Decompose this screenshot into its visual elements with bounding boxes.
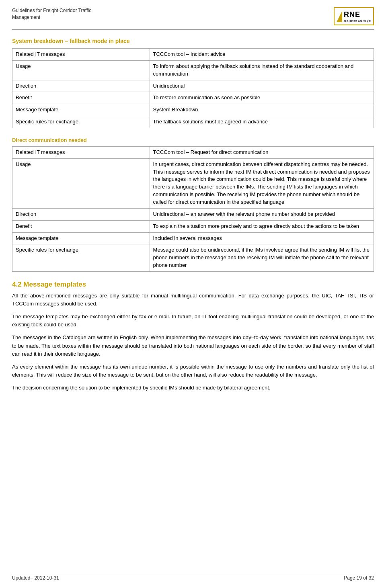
table-row: BenefitTo restore communication as soon … (12, 92, 374, 104)
row-value: The fallback solutions must be agreed in… (150, 116, 374, 128)
header-title-line1: Guidelines for Freight Corridor Traffic (12, 8, 91, 13)
page-header: Guidelines for Freight Corridor Traffic … (12, 7, 374, 30)
section2-heading: Direct communication needed (12, 137, 374, 143)
row-label: Message template (12, 104, 150, 116)
body-paragraph: As every element within the message has … (12, 363, 374, 379)
row-label: Direction (12, 208, 150, 220)
table-row: DirectionUnidirectional – an answer with… (12, 208, 374, 220)
row-value: TCCCom tool – Incident advice (150, 49, 374, 61)
table-row: Specific rules for exchangeThe fallback … (12, 116, 374, 128)
row-value: To explain the situation more precisely … (150, 220, 374, 232)
row-label: Specific rules for exchange (12, 116, 150, 128)
header-title-line2: Management (12, 14, 40, 20)
table-row: UsageTo inform about applying the fallba… (12, 60, 374, 80)
table-row: DirectionUnidirectional (12, 80, 374, 92)
header-title: Guidelines for Freight Corridor Traffic … (12, 7, 91, 21)
table-row: Specific rules for exchangeMessage could… (12, 244, 374, 272)
logo-sub-text: RailNetEurope (344, 19, 371, 23)
section1-table: Related IT messagesTCCCom tool – Inciden… (12, 48, 374, 128)
row-value: To restore communication as soon as poss… (150, 92, 374, 104)
logo-text-block: RNE RailNetEurope (344, 10, 371, 23)
table-row: Related IT messagesTCCCom tool – Request… (12, 146, 374, 158)
row-label: Related IT messages (12, 146, 150, 158)
table-row: Message templateIncluded in several mess… (12, 232, 374, 244)
row-value: Message could also be unidirectional, if… (150, 244, 374, 272)
section1-heading: System breakdown – fallback mode in plac… (12, 38, 374, 44)
footer-left: Updated– 2012-10-31 (12, 575, 59, 581)
section2-table: Related IT messagesTCCCom tool – Request… (12, 146, 374, 272)
section42-body: All the above-mentioned messages are onl… (12, 292, 374, 392)
row-value: TCCCom tool – Request for direct communi… (150, 146, 374, 158)
table-row: BenefitTo explain the situation more pre… (12, 220, 374, 232)
table-row: Related IT messagesTCCCom tool – Inciden… (12, 49, 374, 61)
page-container: Guidelines for Freight Corridor Traffic … (0, 0, 386, 588)
row-value: System Breakdown (150, 104, 374, 116)
logo-rne-text: RNE (344, 10, 360, 18)
table-row: Message templateSystem Breakdown (12, 104, 374, 116)
row-value: Included in several messages (150, 232, 374, 244)
table-row: UsageIn urgent cases, direct communicati… (12, 158, 374, 208)
row-label: Direction (12, 80, 150, 92)
row-label: Benefit (12, 220, 150, 232)
row-label: Usage (12, 60, 150, 80)
row-label: Usage (12, 158, 150, 208)
footer-right: Page 19 of 32 (344, 575, 374, 581)
logo-triangle-icon (337, 11, 342, 22)
body-paragraph: The message templates may be exchanged e… (12, 313, 374, 329)
body-paragraph: The decision concerning the solution to … (12, 384, 374, 392)
row-value: Unidirectional – an answer with the rele… (150, 208, 374, 220)
row-label: Related IT messages (12, 49, 150, 61)
row-value: Unidirectional (150, 80, 374, 92)
page-footer: Updated– 2012-10-31 Page 19 of 32 (12, 573, 374, 581)
body-paragraph: All the above-mentioned messages are onl… (12, 292, 374, 308)
logo-inner: RNE RailNetEurope (337, 10, 371, 23)
rne-logo: RNE RailNetEurope (334, 7, 374, 25)
row-label: Benefit (12, 92, 150, 104)
row-value: To inform about applying the fallback so… (150, 60, 374, 80)
row-label: Specific rules for exchange (12, 244, 150, 272)
section42-heading: 4.2 Message templates (12, 281, 374, 289)
row-value: In urgent cases, direct communication be… (150, 158, 374, 208)
row-label: Message template (12, 232, 150, 244)
body-paragraph: The messages in the Catalogue are writte… (12, 334, 374, 358)
